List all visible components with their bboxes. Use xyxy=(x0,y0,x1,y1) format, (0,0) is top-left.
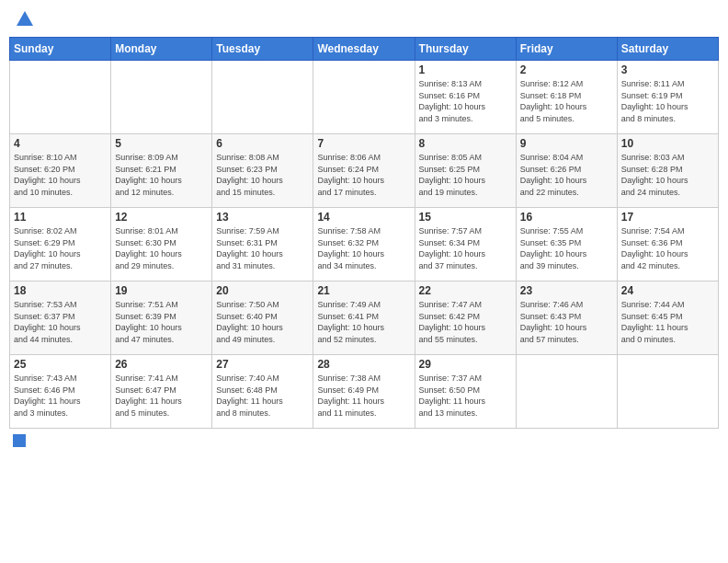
day-number: 18 xyxy=(14,284,107,297)
day-info: Sunrise: 7:53 AM Sunset: 6:37 PM Dayligh… xyxy=(14,299,107,345)
calendar-cell: 1Sunrise: 8:13 AM Sunset: 6:16 PM Daylig… xyxy=(415,61,516,134)
day-number: 22 xyxy=(419,284,512,297)
calendar-cell: 11Sunrise: 8:02 AM Sunset: 6:29 PM Dayli… xyxy=(10,208,111,282)
calendar-cell xyxy=(516,355,617,429)
calendar-day-header: Monday xyxy=(111,38,212,61)
day-info: Sunrise: 7:57 AM Sunset: 6:34 PM Dayligh… xyxy=(419,225,512,271)
day-info: Sunrise: 7:58 AM Sunset: 6:32 PM Dayligh… xyxy=(317,225,410,271)
day-info: Sunrise: 7:46 AM Sunset: 6:43 PM Dayligh… xyxy=(520,299,613,345)
day-number: 12 xyxy=(115,211,208,224)
day-number: 15 xyxy=(419,211,512,224)
calendar-cell: 14Sunrise: 7:58 AM Sunset: 6:32 PM Dayli… xyxy=(313,208,415,282)
calendar-cell: 23Sunrise: 7:46 AM Sunset: 6:43 PM Dayli… xyxy=(516,282,617,355)
day-info: Sunrise: 8:05 AM Sunset: 6:25 PM Dayligh… xyxy=(419,152,512,198)
day-number: 19 xyxy=(115,284,208,297)
day-number: 10 xyxy=(621,137,714,150)
day-info: Sunrise: 8:10 AM Sunset: 6:20 PM Dayligh… xyxy=(14,152,107,198)
day-number: 6 xyxy=(216,137,309,150)
legend-box xyxy=(13,434,26,447)
calendar-cell: 27Sunrise: 7:40 AM Sunset: 6:48 PM Dayli… xyxy=(212,355,313,429)
page-header xyxy=(9,9,719,29)
day-number: 27 xyxy=(216,358,309,371)
logo-general xyxy=(13,9,35,29)
day-info: Sunrise: 7:59 AM Sunset: 6:31 PM Dayligh… xyxy=(216,225,309,271)
day-info: Sunrise: 7:40 AM Sunset: 6:48 PM Dayligh… xyxy=(216,373,309,419)
calendar-cell: 29Sunrise: 7:37 AM Sunset: 6:50 PM Dayli… xyxy=(415,355,516,429)
calendar-cell xyxy=(313,61,415,134)
day-info: Sunrise: 8:11 AM Sunset: 6:19 PM Dayligh… xyxy=(621,78,714,124)
day-number: 20 xyxy=(216,284,309,297)
calendar-cell: 18Sunrise: 7:53 AM Sunset: 6:37 PM Dayli… xyxy=(10,282,111,355)
logo xyxy=(13,9,35,29)
calendar-cell: 4Sunrise: 8:10 AM Sunset: 6:20 PM Daylig… xyxy=(10,134,111,208)
calendar-cell: 7Sunrise: 8:06 AM Sunset: 6:24 PM Daylig… xyxy=(313,134,415,208)
calendar-cell: 8Sunrise: 8:05 AM Sunset: 6:25 PM Daylig… xyxy=(415,134,516,208)
calendar-cell: 17Sunrise: 7:54 AM Sunset: 6:36 PM Dayli… xyxy=(617,208,718,282)
calendar-cell xyxy=(111,61,212,134)
calendar-cell: 3Sunrise: 8:11 AM Sunset: 6:19 PM Daylig… xyxy=(617,61,718,134)
day-number: 28 xyxy=(317,358,410,371)
day-number: 16 xyxy=(520,211,613,224)
calendar-day-header: Sunday xyxy=(10,38,111,61)
day-info: Sunrise: 8:01 AM Sunset: 6:30 PM Dayligh… xyxy=(115,225,208,271)
day-info: Sunrise: 7:44 AM Sunset: 6:45 PM Dayligh… xyxy=(621,299,714,345)
day-info: Sunrise: 7:47 AM Sunset: 6:42 PM Dayligh… xyxy=(419,299,512,345)
day-info: Sunrise: 7:49 AM Sunset: 6:41 PM Dayligh… xyxy=(317,299,410,345)
calendar-cell: 12Sunrise: 8:01 AM Sunset: 6:30 PM Dayli… xyxy=(111,208,212,282)
calendar-cell: 20Sunrise: 7:50 AM Sunset: 6:40 PM Dayli… xyxy=(212,282,313,355)
day-number: 17 xyxy=(621,211,714,224)
day-info: Sunrise: 7:37 AM Sunset: 6:50 PM Dayligh… xyxy=(419,373,512,419)
calendar-cell: 19Sunrise: 7:51 AM Sunset: 6:39 PM Dayli… xyxy=(111,282,212,355)
calendar-week-row: 4Sunrise: 8:10 AM Sunset: 6:20 PM Daylig… xyxy=(10,134,719,208)
calendar-header-row: SundayMondayTuesdayWednesdayThursdayFrid… xyxy=(10,38,719,61)
day-number: 4 xyxy=(14,137,107,150)
calendar-day-header: Thursday xyxy=(415,38,516,61)
calendar-day-header: Saturday xyxy=(617,38,718,61)
day-number: 23 xyxy=(520,284,613,297)
svg-marker-0 xyxy=(17,11,33,26)
calendar-cell: 28Sunrise: 7:38 AM Sunset: 6:49 PM Dayli… xyxy=(313,355,415,429)
calendar-week-row: 25Sunrise: 7:43 AM Sunset: 6:46 PM Dayli… xyxy=(10,355,719,429)
day-number: 11 xyxy=(14,211,107,224)
day-number: 7 xyxy=(317,137,410,150)
calendar-day-header: Wednesday xyxy=(313,38,415,61)
day-info: Sunrise: 7:38 AM Sunset: 6:49 PM Dayligh… xyxy=(317,373,410,419)
day-number: 21 xyxy=(317,284,410,297)
calendar-cell: 2Sunrise: 8:12 AM Sunset: 6:18 PM Daylig… xyxy=(516,61,617,134)
day-info: Sunrise: 7:54 AM Sunset: 6:36 PM Dayligh… xyxy=(621,225,714,271)
day-info: Sunrise: 7:41 AM Sunset: 6:47 PM Dayligh… xyxy=(115,373,208,419)
calendar-cell: 10Sunrise: 8:03 AM Sunset: 6:28 PM Dayli… xyxy=(617,134,718,208)
calendar-cell: 22Sunrise: 7:47 AM Sunset: 6:42 PM Dayli… xyxy=(415,282,516,355)
day-number: 2 xyxy=(520,63,613,76)
calendar-cell xyxy=(617,355,718,429)
calendar-cell: 24Sunrise: 7:44 AM Sunset: 6:45 PM Dayli… xyxy=(617,282,718,355)
calendar-day-header: Friday xyxy=(516,38,617,61)
calendar-week-row: 18Sunrise: 7:53 AM Sunset: 6:37 PM Dayli… xyxy=(10,282,719,355)
day-number: 25 xyxy=(14,358,107,371)
day-number: 24 xyxy=(621,284,714,297)
legend xyxy=(9,434,719,447)
calendar-cell: 16Sunrise: 7:55 AM Sunset: 6:35 PM Dayli… xyxy=(516,208,617,282)
day-info: Sunrise: 7:43 AM Sunset: 6:46 PM Dayligh… xyxy=(14,373,107,419)
day-info: Sunrise: 8:12 AM Sunset: 6:18 PM Dayligh… xyxy=(520,78,613,124)
calendar-cell xyxy=(10,61,111,134)
day-info: Sunrise: 8:04 AM Sunset: 6:26 PM Dayligh… xyxy=(520,152,613,198)
calendar-cell: 6Sunrise: 8:08 AM Sunset: 6:23 PM Daylig… xyxy=(212,134,313,208)
calendar-cell: 21Sunrise: 7:49 AM Sunset: 6:41 PM Dayli… xyxy=(313,282,415,355)
day-info: Sunrise: 7:55 AM Sunset: 6:35 PM Dayligh… xyxy=(520,225,613,271)
day-info: Sunrise: 7:51 AM Sunset: 6:39 PM Dayligh… xyxy=(115,299,208,345)
day-number: 26 xyxy=(115,358,208,371)
day-info: Sunrise: 8:08 AM Sunset: 6:23 PM Dayligh… xyxy=(216,152,309,198)
calendar-week-row: 11Sunrise: 8:02 AM Sunset: 6:29 PM Dayli… xyxy=(10,208,719,282)
calendar-cell: 15Sunrise: 7:57 AM Sunset: 6:34 PM Dayli… xyxy=(415,208,516,282)
day-number: 14 xyxy=(317,211,410,224)
day-number: 3 xyxy=(621,63,714,76)
day-info: Sunrise: 8:13 AM Sunset: 6:16 PM Dayligh… xyxy=(419,78,512,124)
calendar-cell: 25Sunrise: 7:43 AM Sunset: 6:46 PM Dayli… xyxy=(10,355,111,429)
day-number: 29 xyxy=(419,358,512,371)
calendar-cell: 5Sunrise: 8:09 AM Sunset: 6:21 PM Daylig… xyxy=(111,134,212,208)
day-info: Sunrise: 8:03 AM Sunset: 6:28 PM Dayligh… xyxy=(621,152,714,198)
day-info: Sunrise: 7:50 AM Sunset: 6:40 PM Dayligh… xyxy=(216,299,309,345)
day-number: 9 xyxy=(520,137,613,150)
day-number: 8 xyxy=(419,137,512,150)
